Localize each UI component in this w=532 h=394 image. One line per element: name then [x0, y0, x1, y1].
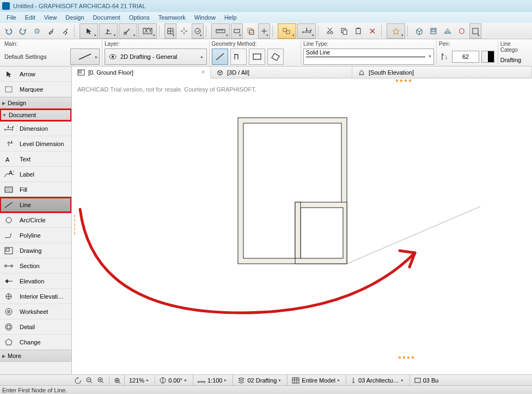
tool-worksheet[interactable]: Worksheet: [0, 304, 71, 319]
cut-button[interactable]: [323, 25, 337, 37]
menu-window[interactable]: Window: [190, 13, 220, 22]
menu-help[interactable]: Help: [220, 13, 241, 22]
elevation-view-icon: [358, 69, 365, 76]
toolbox-section-document[interactable]: ▼Document: [0, 109, 71, 121]
svg-rect-11: [286, 31, 290, 34]
paste-button[interactable]: [352, 25, 365, 37]
grid-snap-dropdown[interactable]: [164, 23, 176, 39]
view-options-dropdown[interactable]: [469, 23, 481, 39]
copy-button[interactable]: [338, 25, 351, 37]
zoom-out-button[interactable]: [84, 376, 94, 385]
layer-selector[interactable]: 2D Drafting - General ▸: [105, 49, 207, 65]
layer-combo-field[interactable]: 02 Drafting▸: [233, 375, 285, 385]
main-label: Main:: [4, 40, 100, 49]
3d-window-button[interactable]: [413, 25, 426, 37]
svg-text:XY: XY: [144, 28, 152, 34]
tool-dimension[interactable]: 1.2 Dimension: [0, 121, 71, 136]
undo-button[interactable]: [2, 25, 15, 37]
tool-level-dimension[interactable]: 1.2 Level Dimension: [0, 136, 71, 151]
default-settings-label[interactable]: Default Settings: [4, 53, 68, 60]
coord-input-dropdown[interactable]: XY: [138, 23, 157, 39]
svg-rect-34: [6, 248, 9, 251]
cursor-dropdown[interactable]: [80, 23, 98, 39]
tab-ground-floor[interactable]: [0. Ground Floor] ×: [72, 66, 211, 78]
fit-window-button[interactable]: [113, 376, 123, 385]
zoom-in-button[interactable]: [96, 376, 106, 385]
geom-rotated-rect-button[interactable]: [267, 49, 284, 65]
tool-marquee[interactable]: Marquee: [0, 82, 71, 97]
tool-drawing[interactable]: Drawing: [0, 243, 71, 258]
tool-arrow[interactable]: Arrow: [0, 66, 71, 82]
geom-rect-button[interactable]: [249, 49, 265, 65]
menu-teamwork[interactable]: Teamwork: [154, 13, 190, 22]
zoom-level-field[interactable]: 121%▸: [124, 375, 153, 385]
redo-button[interactable]: [16, 25, 29, 37]
geom-chained-button[interactable]: [230, 49, 247, 65]
element-settings-button[interactable]: [70, 49, 100, 65]
delete-button[interactable]: [366, 25, 379, 37]
trace-button[interactable]: [244, 25, 257, 37]
snap-perp-dropdown[interactable]: [99, 23, 118, 39]
ruler-dropdown[interactable]: [211, 23, 230, 39]
svg-rect-24: [253, 54, 261, 59]
cut-plane-dropdown[interactable]: [231, 23, 243, 39]
guidelines-button[interactable]: [178, 25, 191, 37]
scale-field[interactable]: 1:100▸: [193, 375, 231, 385]
close-icon[interactable]: ×: [201, 69, 205, 75]
menu-design[interactable]: Design: [61, 13, 88, 22]
suspend-groups-button[interactable]: [278, 23, 296, 39]
dimension-icon: 1.2: [3, 124, 14, 134]
tool-section[interactable]: Section: [0, 258, 71, 274]
tool-label[interactable]: A1 Label: [0, 167, 71, 182]
worksheet-icon: [3, 307, 14, 317]
tool-detail[interactable]: Detail: [0, 319, 71, 335]
tool-interior-elevation[interactable]: Interior Elevati…: [0, 289, 71, 304]
tool-polyline[interactable]: Polyline: [0, 228, 71, 243]
drawing-icon: [3, 246, 14, 256]
tool-elevation[interactable]: Elevation: [0, 274, 71, 289]
pen-color-swatch[interactable]: [481, 51, 494, 63]
geom-single-line-button[interactable]: [212, 49, 228, 65]
scroll-back-button[interactable]: [73, 376, 83, 385]
tool-arc[interactable]: Arc/Circle: [0, 213, 71, 228]
pen-number-input[interactable]: [452, 51, 479, 63]
orientation-field[interactable]: 0.00°▸: [155, 375, 191, 385]
dimensions-dropdown[interactable]: 1.2: [297, 23, 316, 39]
toolbox-section-more[interactable]: ▶More: [0, 350, 71, 362]
perspective-button[interactable]: [441, 25, 454, 37]
syringe-button[interactable]: [59, 25, 72, 37]
render-button[interactable]: [455, 25, 468, 37]
tool-line[interactable]: Line: [0, 197, 71, 213]
cursor-mode-button[interactable]: [30, 25, 44, 37]
cube-icon: [216, 69, 224, 76]
eyedropper-button[interactable]: [45, 25, 58, 37]
menu-file[interactable]: File: [2, 13, 21, 22]
tool-text[interactable]: A Text: [0, 151, 71, 167]
menu-edit[interactable]: Edit: [21, 13, 40, 22]
tool-change[interactable]: Change: [0, 335, 71, 350]
arc-icon: [3, 215, 14, 225]
snap-endpoint-dropdown[interactable]: [119, 23, 137, 39]
svg-point-5: [195, 28, 200, 34]
menu-options[interactable]: Options: [125, 13, 154, 22]
model-view-field[interactable]: Entire Model▸: [287, 375, 344, 385]
snap-guides-dropdown[interactable]: [192, 23, 204, 39]
extra-field[interactable]: 03 Bu: [409, 375, 443, 385]
pen-set-field[interactable]: 03 Architectu…▸: [346, 375, 408, 385]
text-icon: A: [3, 154, 14, 164]
menu-document[interactable]: Document: [89, 13, 125, 22]
menu-view[interactable]: View: [40, 13, 62, 22]
linecat-label: Line Catego: [500, 40, 528, 54]
svg-rect-51: [415, 378, 420, 383]
trace-ref-dropdown[interactable]: [258, 23, 270, 39]
tab-south-elevation[interactable]: [South Elevation]: [352, 66, 532, 78]
info-box-toolbar: Main: Default Settings Layer: 2D Draftin…: [0, 39, 532, 66]
drawing-canvas[interactable]: ARCHICAD Trial version, not for resale. …: [72, 78, 532, 374]
layout-button[interactable]: [427, 25, 440, 37]
svg-text:A1: A1: [9, 171, 14, 176]
tool-fill[interactable]: Fill: [0, 182, 71, 197]
toolbox-section-design[interactable]: ▶Design: [0, 97, 71, 109]
tab-3d[interactable]: [3D / All]: [211, 66, 352, 78]
favorites-dropdown[interactable]: [387, 23, 405, 39]
linetype-selector[interactable]: Solid Line: [303, 49, 434, 65]
